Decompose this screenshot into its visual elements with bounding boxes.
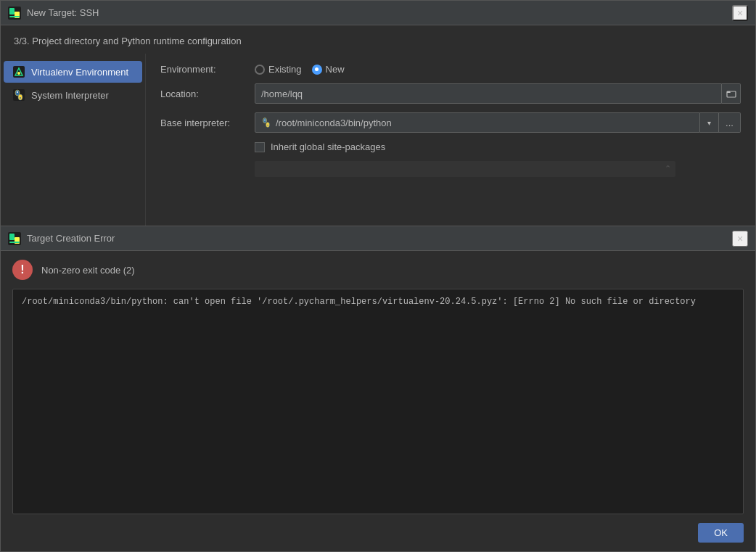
radio-new-option[interactable]: New bbox=[312, 64, 345, 75]
svg-rect-1 bbox=[9, 8, 15, 15]
dropdown-arrow-button[interactable]: ▾ bbox=[700, 112, 719, 133]
radio-existing-label: Existing bbox=[268, 64, 302, 75]
main-dialog: New Target: SSH × 3/3. Project directory… bbox=[0, 0, 756, 552]
environment-label: Environment: bbox=[160, 64, 255, 75]
inherit-row: Inherit global site-packages bbox=[255, 141, 741, 152]
sidebar-item-virtualenv-label: Virtualenv Environment bbox=[31, 67, 128, 78]
base-interpreter-dropdown[interactable]: /root/miniconda3/bin/python bbox=[255, 112, 700, 133]
sidebar-item-system[interactable]: System Interpreter bbox=[4, 84, 142, 106]
dialog-title: New Target: SSH bbox=[27, 7, 732, 18]
location-browse-button[interactable] bbox=[722, 83, 741, 104]
inherit-checkbox[interactable] bbox=[255, 142, 265, 152]
error-ok-row: OK bbox=[1, 523, 755, 551]
location-label: Location: bbox=[160, 88, 255, 99]
virtualenv-icon bbox=[12, 65, 25, 78]
python-interpreter-icon bbox=[12, 88, 25, 102]
radio-existing-option[interactable]: Existing bbox=[255, 64, 302, 75]
error-icon-circle: ! bbox=[12, 260, 33, 280]
error-message-area: /root/miniconda3/bin/python: can't open … bbox=[12, 289, 744, 514]
svg-point-15 bbox=[264, 120, 266, 121]
svg-point-10 bbox=[17, 91, 18, 93]
environment-radio-group: Existing New bbox=[255, 64, 345, 75]
folder-icon bbox=[726, 88, 736, 99]
python-dropdown-icon bbox=[261, 118, 271, 128]
location-input[interactable] bbox=[255, 83, 722, 104]
radio-new-label: New bbox=[326, 64, 345, 75]
base-interpreter-value: /root/miniconda3/bin/python bbox=[276, 118, 392, 128]
svg-point-6 bbox=[17, 72, 20, 75]
svg-rect-20 bbox=[9, 242, 20, 243]
svg-rect-3 bbox=[9, 16, 20, 17]
dropdown-more-button[interactable]: ... bbox=[719, 112, 741, 133]
svg-rect-18 bbox=[9, 234, 15, 240]
error-message-text: /root/miniconda3/bin/python: can't open … bbox=[22, 297, 696, 307]
truncated-row: ⌃ bbox=[255, 161, 675, 177]
location-row: Location: bbox=[160, 83, 741, 104]
sidebar-item-system-label: System Interpreter bbox=[31, 90, 109, 101]
inherit-label: Inherit global site-packages bbox=[271, 141, 385, 152]
close-button[interactable]: × bbox=[732, 5, 748, 21]
radio-existing-circle bbox=[255, 65, 265, 75]
svg-point-16 bbox=[267, 125, 268, 126]
sidebar-item-virtualenv[interactable]: Virtualenv Environment bbox=[4, 61, 142, 83]
location-input-wrap bbox=[255, 83, 741, 104]
error-body: ! Non-zero exit code (2) /root/miniconda… bbox=[1, 251, 755, 551]
error-titlebar: Target Creation Error × bbox=[1, 226, 755, 251]
titlebar: New Target: SSH × bbox=[1, 1, 755, 25]
error-summary: Non-zero exit code (2) bbox=[41, 265, 135, 276]
environment-row: Environment: Existing New bbox=[160, 64, 741, 75]
svg-point-11 bbox=[20, 97, 21, 99]
base-interpreter-dropdown-wrap: /root/miniconda3/bin/python ▾ ... bbox=[255, 112, 741, 133]
radio-new-circle bbox=[312, 65, 322, 75]
error-header-row: ! Non-zero exit code (2) bbox=[1, 251, 755, 289]
error-close-button[interactable]: × bbox=[732, 231, 748, 247]
error-title-icon bbox=[8, 232, 21, 245]
breadcrumb: 3/3. Project directory and Python runtim… bbox=[1, 25, 755, 54]
error-dialog: Target Creation Error × ! Non-zero exit … bbox=[1, 226, 755, 551]
error-ok-button[interactable]: OK bbox=[698, 523, 744, 543]
base-interpreter-label: Base interpreter: bbox=[160, 118, 255, 128]
error-dialog-title: Target Creation Error bbox=[27, 233, 732, 244]
base-interpreter-row: Base interpreter: /root/miniconda3/bin/p… bbox=[160, 112, 741, 133]
pycharm-title-icon bbox=[8, 7, 21, 20]
